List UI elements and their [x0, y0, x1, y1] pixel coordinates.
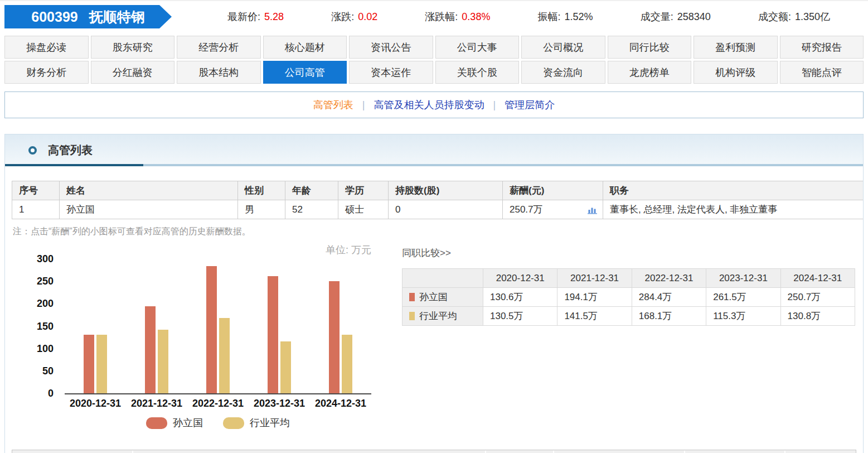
subnav-divider: |	[493, 99, 496, 111]
compare-value-cell: 284.4万	[632, 288, 706, 307]
nav-tab-关联个股[interactable]: 关联个股	[435, 61, 520, 84]
table-cell: 硕士	[338, 200, 389, 219]
cell-value: 董事长, 总经理, 法定代表人, 非独立董事	[610, 204, 777, 215]
nav-tab-分红融资[interactable]: 分红融资	[91, 61, 175, 84]
subnav-link-高管列表[interactable]: 高管列表	[313, 98, 353, 112]
nav-tab-操盘必读[interactable]: 操盘必读	[4, 36, 89, 59]
bar-group	[187, 260, 249, 393]
chart-legend: 孙立国行业平均	[65, 416, 371, 430]
nav-tab-公司概况[interactable]: 公司概况	[521, 36, 605, 59]
nav-tab-股本结构[interactable]: 股本结构	[177, 61, 261, 84]
bar-孙立国[interactable]	[84, 335, 94, 393]
x-tick-label: 2022-12-31	[187, 398, 249, 409]
compare-value-cell: 168.1万	[632, 307, 706, 326]
compare-value-cell: 115.3万	[706, 307, 780, 326]
col-header: 序号	[12, 181, 60, 200]
compare-col-header: 2023-12-31	[706, 269, 780, 288]
cell-value: 52	[292, 204, 303, 215]
bar-group	[310, 260, 371, 393]
nav-tab-智能点评[interactable]: 智能点评	[780, 61, 864, 84]
stat-label: 涨跌幅:	[425, 11, 458, 22]
col-header: 性别	[238, 181, 285, 200]
nav-tab-资讯公告[interactable]: 资讯公告	[349, 36, 433, 59]
y-tick-label: 150	[37, 321, 54, 332]
chart-bars	[65, 260, 371, 393]
compare-value-cell: 261.5万	[706, 288, 780, 307]
stock-stats: 最新价:5.28涨跌:0.02涨跌幅:0.38%振幅:1.52%成交量:2583…	[227, 10, 830, 23]
compare-table-body: 孙立国130.6万194.1万284.4万261.5万250.7万行业平均130…	[403, 288, 855, 326]
bar-孙立国[interactable]	[268, 276, 278, 393]
cell-value: 孙立国	[66, 204, 95, 215]
legend-item-孙立国: 孙立国	[146, 416, 203, 430]
bar-孙立国[interactable]	[206, 266, 217, 393]
cell-value: 男	[245, 204, 254, 215]
stock-stat: 成交量:258340	[641, 10, 711, 23]
y-tick-label: 250	[37, 276, 54, 287]
stock-stat: 振幅:1.52%	[538, 10, 593, 23]
bar-行业平均[interactable]	[96, 335, 107, 393]
bar-行业平均[interactable]	[342, 335, 352, 393]
bar-group	[249, 260, 310, 393]
nav-tab-盈利预测[interactable]: 盈利预测	[694, 36, 778, 59]
stock-header: 600399 抚顺特钢 最新价:5.28涨跌:0.02涨跌幅:0.38%振幅:1…	[0, 1, 868, 32]
bar-孙立国[interactable]	[329, 281, 340, 393]
page: 600399 抚顺特钢 最新价:5.28涨跌:0.02涨跌幅:0.38%振幅:1…	[0, 0, 868, 453]
peer-compare-link[interactable]: 同职比较>>	[402, 247, 855, 259]
x-tick-label: 2020-12-31	[65, 398, 126, 409]
stat-value: 1.52%	[565, 11, 593, 22]
stock-stat: 涨跌:0.02	[331, 10, 377, 23]
series-swatch-icon	[409, 312, 415, 320]
compare-col-header: 2024-12-31	[780, 269, 855, 288]
nav-tab-股东研究[interactable]: 股东研究	[91, 36, 175, 59]
table-row: 1孙立国男52硕士0250.7万董事长, 总经理, 法定代表人, 非独立董事	[12, 200, 864, 219]
bar-行业平均[interactable]	[219, 318, 230, 393]
compare-name: 行业平均	[419, 311, 457, 321]
stat-value: 0.38%	[462, 11, 490, 22]
compare-col-header: 2021-12-31	[557, 269, 632, 288]
table-cell: 1	[12, 200, 60, 219]
nav-tab-公司高管[interactable]: 公司高管	[263, 61, 347, 84]
compare-name: 孙立国	[419, 292, 448, 302]
stat-label: 最新价:	[227, 11, 260, 22]
bar-行业平均[interactable]	[158, 330, 168, 393]
stock-stat: 最新价:5.28	[227, 10, 284, 23]
header-row: 序号姓名性别年龄学历持股数(股)薪酬(元)职务	[12, 181, 864, 200]
peer-compare-table: 2020-12-312021-12-312022-12-312023-12-31…	[402, 268, 855, 326]
legend-swatch-icon	[146, 417, 167, 429]
salary-cell: 250.7万	[503, 200, 603, 219]
nav-tab-资金流向[interactable]: 资金流向	[521, 61, 605, 84]
nav-tab-经营分析[interactable]: 经营分析	[177, 36, 261, 59]
table-cell: 52	[285, 200, 338, 219]
compare-header-row: 2020-12-312021-12-312022-12-312023-12-31…	[403, 269, 855, 288]
table-cell: 孙立国	[60, 200, 238, 219]
chart-plot: 050100150200250300	[65, 260, 371, 394]
nav-tab-同行比较[interactable]: 同行比较	[608, 36, 692, 59]
subnav-link-高管及相关人员持股变动[interactable]: 高管及相关人员持股变动	[374, 98, 484, 112]
nav-tab-核心题材[interactable]: 核心题材	[263, 36, 347, 59]
subnav-link-管理层简介[interactable]: 管理层简介	[505, 98, 555, 112]
nav-tab-机构评级[interactable]: 机构评级	[694, 61, 778, 84]
col-header: 姓名	[60, 181, 238, 200]
cell-value: 1	[19, 204, 24, 215]
table-cell: 男	[238, 200, 285, 219]
nav-tab-资本运作[interactable]: 资本运作	[349, 61, 433, 84]
legend-item-行业平均: 行业平均	[223, 416, 290, 430]
nav-tab-龙虎榜单[interactable]: 龙虎榜单	[608, 61, 692, 84]
chart-x-labels: 2020-12-312021-12-312022-12-312023-12-31…	[65, 398, 402, 409]
bar-孙立国[interactable]	[145, 306, 156, 393]
col-header: 持股数(股)	[389, 181, 503, 200]
stat-value: 1.350亿	[795, 11, 830, 22]
bar-chart-icon[interactable]	[588, 205, 597, 217]
stock-stat: 涨跌幅:0.38%	[425, 10, 490, 23]
stock-stat: 成交额:1.350亿	[758, 10, 830, 23]
compare-col-header: 2022-12-31	[632, 269, 706, 288]
nav-tab-公司大事[interactable]: 公司大事	[435, 36, 520, 59]
subnav: 高管列表|高管及相关人员持股变动|管理层简介	[4, 91, 864, 118]
nav-tab-研究报告[interactable]: 研究报告	[780, 36, 864, 59]
nav-tab-财务分析[interactable]: 财务分析	[4, 61, 89, 84]
bar-行业平均[interactable]	[280, 341, 291, 393]
subnav-divider: |	[362, 99, 365, 111]
table-cell: 0	[389, 200, 503, 219]
x-tick-label: 2024-12-31	[310, 398, 371, 409]
cell-value: 硕士	[345, 204, 364, 215]
